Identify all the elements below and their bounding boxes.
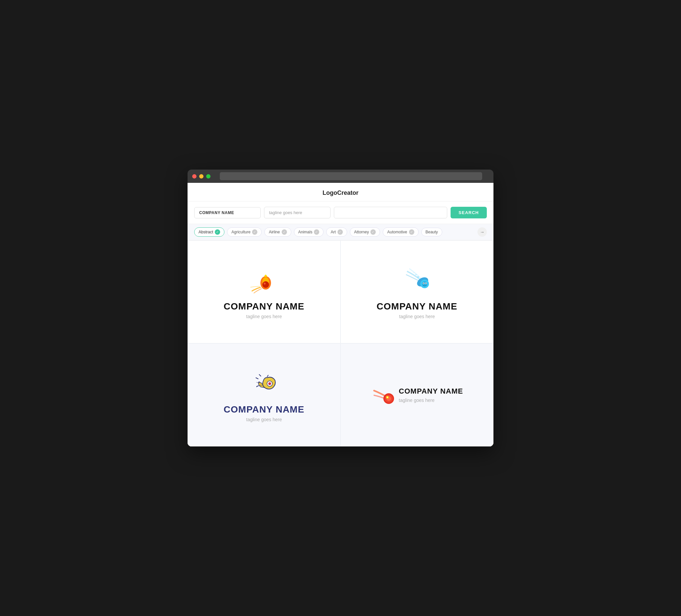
logo-icon-1 xyxy=(249,265,279,296)
category-abstract-label: Abstract xyxy=(199,230,213,234)
svg-point-11 xyxy=(417,276,419,278)
search-button[interactable]: SEARCH xyxy=(451,207,487,219)
svg-point-2 xyxy=(262,281,269,288)
app-title-text: LogoCreator xyxy=(323,189,358,196)
check-icon-agriculture: ✓ xyxy=(252,229,257,235)
category-animals-label: Animals xyxy=(298,230,312,234)
svg-point-13 xyxy=(414,272,415,273)
category-art[interactable]: Art ✓ xyxy=(326,227,347,237)
svg-line-15 xyxy=(256,378,258,379)
svg-line-14 xyxy=(259,374,261,376)
category-agriculture-label: Agriculture xyxy=(231,230,250,234)
svg-point-12 xyxy=(415,274,417,275)
category-airline[interactable]: Airline ✓ xyxy=(264,227,291,237)
address-bar[interactable] xyxy=(220,172,482,180)
logo4-tagline: tagline goes here xyxy=(399,397,463,403)
titlebar xyxy=(187,170,494,183)
categories-bar: Abstract ✓ Agriculture ✓ Airline ✓ Anima… xyxy=(187,224,494,240)
logo1-tagline: tagline goes here xyxy=(246,314,282,319)
logo-card-1[interactable]: COMPANY NAME tagline goes here xyxy=(187,240,340,343)
categories-next-button[interactable]: → xyxy=(478,227,487,237)
category-automotive[interactable]: Automotive ✓ xyxy=(383,227,418,237)
search-bar: SEARCH xyxy=(187,202,494,224)
svg-line-16 xyxy=(267,375,268,377)
category-airline-label: Airline xyxy=(269,230,280,234)
logo2-tagline: tagline goes here xyxy=(399,314,435,319)
logo-icon-4 xyxy=(371,383,394,407)
logo4-text-block: COMPANY NAME tagline goes here xyxy=(399,387,463,403)
logo4-company-name: COMPANY NAME xyxy=(399,387,463,395)
category-animals[interactable]: Animals ✓ xyxy=(294,227,324,237)
svg-point-20 xyxy=(269,383,270,384)
logo-icon-2 xyxy=(402,265,432,296)
svg-point-10 xyxy=(426,283,426,284)
tagline-input[interactable] xyxy=(264,207,330,219)
category-beauty-label: Beauty xyxy=(426,230,438,234)
category-art-label: Art xyxy=(330,230,335,234)
close-button[interactable] xyxy=(192,174,197,179)
browser-content: LogoCreator SEARCH Abstract ✓ Agricultur… xyxy=(187,183,494,446)
logo1-company-name: COMPANY NAME xyxy=(224,301,305,312)
maximize-button[interactable] xyxy=(206,174,210,179)
svg-point-27 xyxy=(387,396,388,398)
logo3-tagline: tagline goes here xyxy=(246,417,282,422)
logo3-company-name: COMPANY NAME xyxy=(224,404,305,415)
check-icon-animals: ✓ xyxy=(314,229,319,235)
check-icon-abstract: ✓ xyxy=(215,229,220,235)
logo4-wrapper: COMPANY NAME tagline goes here xyxy=(371,383,463,407)
extra-input[interactable] xyxy=(334,207,447,219)
logo-icon-3 xyxy=(249,368,279,399)
minimize-button[interactable] xyxy=(199,174,203,179)
check-icon-airline: ✓ xyxy=(282,229,287,235)
category-agriculture[interactable]: Agriculture ✓ xyxy=(227,227,262,237)
category-beauty[interactable]: Beauty xyxy=(421,228,442,236)
logo-card-4[interactable]: COMPANY NAME tagline goes here xyxy=(340,343,494,446)
category-abstract[interactable]: Abstract ✓ xyxy=(194,227,224,237)
logo-card-3[interactable]: COMPANY NAME tagline goes here xyxy=(187,343,340,446)
logo-grid: COMPANY NAME tagline goes here xyxy=(187,240,494,446)
browser-window: LogoCreator SEARCH Abstract ✓ Agricultur… xyxy=(187,170,494,446)
svg-point-3 xyxy=(264,283,266,285)
check-icon-art: ✓ xyxy=(337,229,343,235)
check-icon-attorney: ✓ xyxy=(371,229,376,235)
logo2-company-name: COMPANY NAME xyxy=(377,301,457,312)
category-attorney[interactable]: Attorney ✓ xyxy=(350,227,380,237)
category-automotive-label: Automotive xyxy=(387,230,407,234)
logo-card-2[interactable]: COMPANY NAME tagline goes here xyxy=(340,240,494,343)
svg-point-9 xyxy=(423,283,424,284)
company-name-input[interactable] xyxy=(194,207,261,219)
app-title: LogoCreator xyxy=(187,183,494,202)
check-icon-automotive: ✓ xyxy=(409,229,414,235)
category-attorney-label: Attorney xyxy=(354,230,369,234)
